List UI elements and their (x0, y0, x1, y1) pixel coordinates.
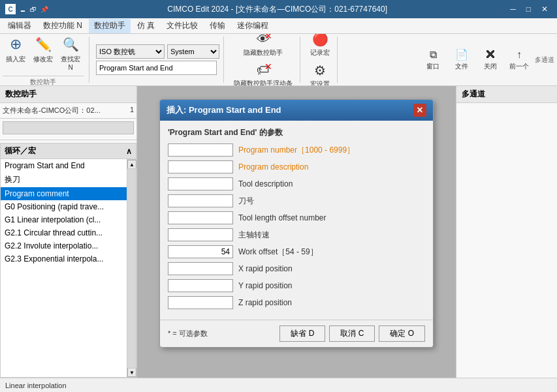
close-file-label: 关闭 (484, 62, 497, 71)
file-btn[interactable]: 📄 文件 (449, 46, 475, 73)
loop-item-0[interactable]: Program Start and End (1, 159, 127, 172)
prev-icon: ↑ (517, 49, 522, 61)
menu-file-compare[interactable]: 文件比较 (161, 19, 203, 33)
window-minimize-btn[interactable]: ─ (506, 5, 520, 14)
form-row-9: Z rapid position (168, 296, 425, 309)
page-number: 1 (130, 106, 134, 115)
field-z-rapid[interactable] (168, 296, 233, 309)
hide-nc-float-btn[interactable]: 🏷 ✕ 隐藏数控助手浮动条 (231, 61, 296, 87)
window-close-btn[interactable]: ✕ (537, 5, 552, 14)
form-row-8: Y rapid position (168, 279, 425, 292)
window-title: CIMCO Edit 2024 - [文件未命名—CIMCO公司：021-677… (48, 4, 506, 15)
field-x-rapid[interactable] (168, 262, 233, 275)
form-row-7: X rapid position (168, 262, 425, 275)
status-text: Linear interpolation (5, 382, 67, 389)
form-row-6: Work offset［54 - 59］ (168, 245, 425, 258)
close-file-btn[interactable]: 🗙 关闭 (477, 47, 503, 73)
modal-close-btn[interactable]: × (413, 104, 426, 117)
macro-settings-icon: ⚙ (314, 63, 326, 78)
field-tool-desc[interactable] (168, 177, 233, 190)
macro-settings-btn[interactable]: ⚙ 宏设置 (307, 61, 333, 87)
edit-macro-label: 修改宏 (33, 55, 53, 64)
left-panel: 数控助手 文件未命名-CIMCO公司：02... 1 循环／宏 ∧ Progra… (0, 86, 137, 378)
right-panel: 多通道 (456, 86, 557, 378)
modal-body: 'Program Start and End' 的参数 Program numb… (160, 121, 433, 320)
nc-assistant-title: 数控助手 (5, 89, 37, 100)
field-program-desc[interactable] (168, 160, 233, 173)
field-work-offset[interactable] (168, 245, 233, 258)
nc-type-dropdown[interactable]: ISO 数控铣 (96, 44, 165, 59)
toolbar-pin-icon[interactable]: 📌 (40, 6, 48, 13)
window-btn[interactable]: ⧉ 窗口 (420, 47, 446, 73)
file-tab-label: 文件未命名-CIMCO公司：02... (3, 106, 101, 115)
field-work-offset-label: Work offset［54 - 59］ (238, 247, 318, 258)
find-macro-label: 查找宏N (61, 55, 80, 71)
macro-settings-label: 宏设置 (310, 80, 330, 87)
insert-macro-btn[interactable]: ⊕ 插入宏 (3, 34, 29, 73)
loop-item-6[interactable]: G2.2 Involute interpolatio... (1, 239, 127, 252)
field-tool-offset-label: Tool length offset number (238, 213, 326, 222)
menu-nc-assistant[interactable]: 数控助手 (89, 19, 131, 33)
scroll-down-arrow[interactable]: ▼ (127, 368, 136, 377)
modal-title-bar: 插入: Program Start and End × (160, 100, 433, 121)
scroll-up-arrow[interactable]: ▲ (127, 160, 136, 169)
default-btn[interactable]: 缺省 D (279, 325, 325, 342)
title-bar: C 🗕 🗗 📌 CIMCO Edit 2024 - [文件未命名—CIMCO公司… (0, 0, 557, 18)
loop-item-3[interactable]: G0 Positioning (rapid trave... (1, 200, 127, 213)
record-macro-btn[interactable]: 🔴 记录宏 (307, 34, 333, 59)
close-file-icon: 🗙 (485, 49, 496, 61)
nc-system-dropdown[interactable]: System (167, 44, 219, 59)
form-row-3: 刀号 (168, 194, 425, 207)
form-row-4: Tool length offset number (168, 211, 425, 224)
modal-footer: * = 可选参数 缺省 D 取消 C 确定 O (160, 320, 433, 347)
record-macro-label: 记录宏 (310, 48, 330, 57)
minimize-icon[interactable]: 🗕 (20, 6, 26, 13)
form-row-5: 主轴转速 (168, 228, 425, 241)
menu-simulation[interactable]: 仿 真 (132, 19, 160, 33)
prev-btn[interactable]: ↑ 前一个 (506, 47, 532, 73)
status-bar: Linear interpolation (0, 378, 557, 392)
loop-section-header[interactable]: 循环／宏 ∧ (0, 143, 136, 159)
loop-item-4[interactable]: G1 Linear interpolation (cl... (1, 213, 127, 226)
hide-nc-assistant-btn[interactable]: 👁 ✕ 隐藏数控助手 (240, 34, 286, 59)
find-macro-btn[interactable]: 🔍 查找宏N (57, 34, 84, 73)
edit-macro-btn[interactable]: ✏️ 修改宏 (30, 34, 56, 73)
insert-macro-label: 插入宏 (6, 55, 25, 64)
loop-item-2[interactable]: Program comment (1, 187, 127, 200)
menu-nc-function[interactable]: 数控功能 N (38, 19, 88, 33)
field-tool-offset[interactable] (168, 211, 233, 224)
nc-gray-box-1 (3, 121, 134, 134)
record-macro-icon: 🔴 (312, 34, 328, 47)
collapse-icon: ∧ (126, 147, 132, 156)
menu-editor[interactable]: 编辑器 (3, 19, 37, 33)
loop-item-5[interactable]: G2.1 Circular thread cuttin... (1, 226, 127, 239)
window-restore-btn[interactable]: □ (522, 5, 535, 14)
nc-assistant-group-label: 数控助手 (3, 76, 84, 87)
cancel-btn[interactable]: 取消 C (329, 325, 375, 342)
field-program-desc-label: Program description (238, 162, 308, 172)
field-spindle-speed[interactable] (168, 228, 233, 241)
loop-item-7[interactable]: G2.3 Exponential interpola... (1, 252, 127, 265)
field-spindle-speed-label: 主轴转速 (238, 230, 270, 241)
macro-name-field[interactable] (96, 61, 217, 75)
menu-mini-program[interactable]: 迷你编程 (232, 19, 274, 33)
hide-nc-float-label: 隐藏数控助手浮动条 (234, 79, 293, 87)
edit-macro-icon: ✏️ (34, 35, 52, 53)
field-tool-num-label: 刀号 (238, 196, 254, 207)
modal-note: * = 可选参数 (168, 329, 208, 339)
modal-title: 插入: Program Start and End (167, 104, 281, 116)
ok-btn[interactable]: 确定 O (379, 325, 425, 342)
field-x-rapid-label: X rapid position (238, 264, 293, 273)
field-z-rapid-label: Z rapid position (238, 298, 292, 307)
field-tool-num[interactable] (168, 194, 233, 207)
maximize-icon[interactable]: 🗗 (30, 6, 37, 13)
field-program-number-label: Program number［1000 - 6999］ (238, 145, 355, 156)
menu-transfer[interactable]: 传输 (204, 19, 231, 33)
field-y-rapid[interactable] (168, 279, 233, 292)
loop-item-1[interactable]: 换刀 (1, 172, 127, 187)
window-icon: ⧉ (430, 49, 437, 61)
field-y-rapid-label: Y rapid position (238, 281, 293, 290)
toolbar: ⊕ 插入宏 ✏️ 修改宏 🔍 查找宏N 数控助手 ISO 数控铣 System (0, 34, 557, 86)
field-program-number[interactable] (168, 143, 233, 157)
loop-list: Program Start and End 换刀 Program comment… (0, 159, 127, 378)
